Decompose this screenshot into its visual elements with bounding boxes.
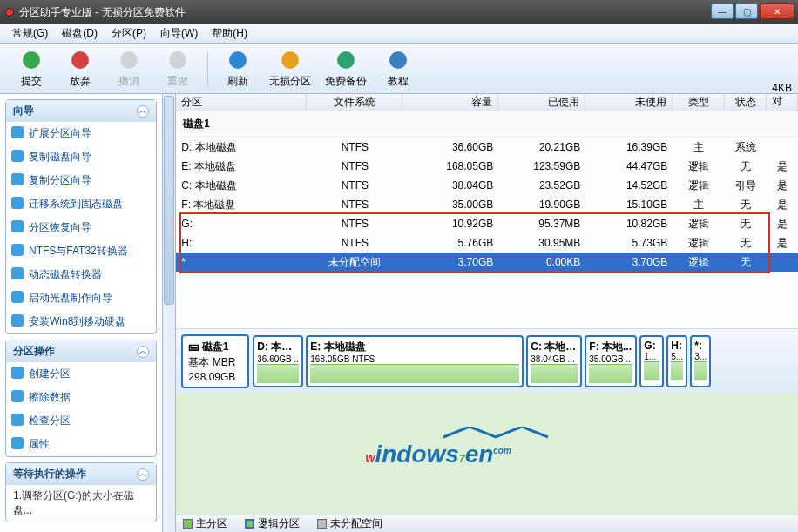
- col-header-1[interactable]: 文件系统: [307, 94, 402, 111]
- cell-cap: 36.60GB: [402, 141, 498, 153]
- sidebar-scrollbar[interactable]: [163, 94, 176, 532]
- maximize-button[interactable]: ▢: [735, 3, 758, 19]
- cell-cap: 5.76GB: [402, 237, 498, 249]
- toolbar: 提交放弃撤消重做刷新无损分区免费备份教程: [0, 44, 798, 94]
- grid-body[interactable]: 磁盘1 D: 本地磁盘NTFS36.60GB20.21GB16.39GB主系统 …: [176, 111, 798, 328]
- partition-block-3[interactable]: F: 本地...35.00GB ...: [585, 335, 637, 387]
- partition-label: F: 本地...: [589, 340, 632, 354]
- cell-used: 123.59GB: [498, 160, 585, 172]
- col-header-7[interactable]: 4KB对齐: [767, 94, 798, 111]
- wizard-item-0[interactable]: 扩展分区向导: [6, 122, 156, 145]
- partition-row[interactable]: D: 本地磁盘NTFS36.60GB20.21GB16.39GB主系统: [176, 138, 798, 157]
- disk-info-sub: 基本 MBR: [188, 355, 242, 370]
- cell-fs: NTFS: [307, 237, 402, 249]
- ops-item-2[interactable]: 检查分区: [6, 409, 156, 433]
- cell-free: 44.47GB: [585, 160, 673, 172]
- chevron-up-icon: ︿: [137, 105, 149, 118]
- backup-icon: [334, 48, 358, 72]
- svg-point-1: [71, 51, 89, 69]
- col-header-2[interactable]: 容量: [402, 94, 498, 111]
- redo-icon: [166, 48, 190, 72]
- partition-row[interactable]: G:NTFS10.92GB95.37MB10.82GB逻辑无是: [176, 214, 798, 233]
- ops-item-0[interactable]: 创建分区: [6, 362, 156, 386]
- wizard-item-2[interactable]: 复制分区向导: [6, 169, 156, 192]
- partition-block-6[interactable]: *:3...: [690, 335, 711, 387]
- toolbar-separator: [207, 51, 208, 86]
- menu-常规(G)[interactable]: 常规(G): [5, 24, 55, 43]
- col-header-0[interactable]: 分区: [176, 94, 307, 111]
- partition-row[interactable]: *未分配空间3.70GB0.00KB3.70GB逻辑无: [176, 253, 798, 272]
- partition-row[interactable]: E: 本地磁盘NTFS168.05GB123.59GB44.47GB逻辑无是: [176, 157, 798, 176]
- window-controls: — ▢ ✕: [709, 3, 795, 21]
- disk-info-title: 🖴 磁盘1: [188, 340, 242, 354]
- menu-帮助(H)[interactable]: 帮助(H): [205, 24, 254, 43]
- cell-free: 3.70GB: [585, 256, 673, 268]
- col-header-5[interactable]: 类型: [673, 94, 725, 111]
- partition-row[interactable]: C: 本地磁盘NTFS38.04GB23.52GB14.52GB逻辑引导是: [176, 176, 798, 195]
- wizard-panel-header[interactable]: 向导 ︿: [6, 100, 156, 122]
- watermark-area: WWindows7enindows7encom: [176, 393, 798, 515]
- discard-button[interactable]: 放弃: [63, 48, 98, 89]
- cell-name: C: 本地磁盘: [176, 178, 307, 193]
- partition-label: E: 本地磁盘: [310, 340, 519, 354]
- partition-row[interactable]: H:NTFS5.76GB30.95MB5.73GB逻辑无是: [176, 233, 798, 253]
- cell-free: 16.39GB: [585, 141, 673, 153]
- tutorial-button[interactable]: 教程: [381, 48, 416, 89]
- partition-block-1[interactable]: E: 本地磁盘168.05GB NTFS: [306, 335, 524, 387]
- ops-panel-header[interactable]: 分区操作 ︿: [6, 340, 156, 362]
- partition-block-2[interactable]: C: 本地磁...38.04GB ...: [526, 335, 582, 387]
- partition-row[interactable]: F: 本地磁盘NTFS35.00GB19.90GB15.10GB主无是: [176, 195, 798, 214]
- partition-block-4[interactable]: G:1...: [639, 335, 664, 387]
- menu-向导(W)[interactable]: 向导(W): [153, 24, 205, 43]
- wizard-item-7[interactable]: 启动光盘制作向导: [6, 286, 156, 310]
- cell-stat: 无: [725, 236, 767, 251]
- legend-primary: 主分区: [183, 516, 227, 531]
- wizard-item-6[interactable]: 动态磁盘转换器: [6, 263, 156, 286]
- ops-panel-title: 分区操作: [13, 344, 55, 359]
- disk-map: 🖴 磁盘1 基本 MBR 298.09GB D: 本地...36.60GB ..…: [176, 328, 798, 393]
- refresh-button[interactable]: 刷新: [220, 48, 255, 89]
- redo-button: 重做: [160, 48, 195, 89]
- cell-used: 20.21GB: [498, 141, 585, 153]
- col-header-4[interactable]: 未使用: [585, 94, 673, 111]
- menu-磁盘(D)[interactable]: 磁盘(D): [55, 24, 105, 43]
- queue-item-0[interactable]: 1.调整分区(G:)的大小在磁盘...: [6, 485, 156, 522]
- resize-button[interactable]: 无损分区: [269, 48, 311, 89]
- cell-type: 主: [673, 140, 725, 155]
- minimize-button[interactable]: —: [711, 3, 734, 19]
- cell-used: 95.37MB: [498, 218, 585, 230]
- undo-button: 撤消: [112, 48, 146, 89]
- ops-item-3[interactable]: 属性: [6, 433, 156, 456]
- cell-type: 逻辑: [673, 159, 725, 174]
- menu-分区(P)[interactable]: 分区(P): [105, 24, 153, 43]
- backup-button[interactable]: 免费备份: [325, 48, 367, 89]
- cell-fs: NTFS: [307, 141, 402, 153]
- sidebar: 向导 ︿ 扩展分区向导复制磁盘向导复制分区向导迁移系统到固态磁盘分区恢复向导NT…: [0, 94, 163, 532]
- queue-panel-header[interactable]: 等待执行的操作 ︿: [6, 463, 156, 485]
- col-header-3[interactable]: 已使用: [498, 94, 585, 111]
- cell-name: *: [176, 256, 307, 268]
- col-header-6[interactable]: 状态: [725, 94, 767, 111]
- ops-item-1[interactable]: 擦除数据: [6, 386, 156, 409]
- discard-icon: [68, 48, 92, 72]
- partition-sub: 36.60GB ...: [257, 354, 299, 364]
- backup-label: 免费备份: [325, 74, 367, 89]
- tutorial-label: 教程: [388, 74, 409, 89]
- wizard-item-4[interactable]: 分区恢复向导: [6, 216, 156, 239]
- undo-icon: [117, 48, 141, 72]
- cell-fs: NTFS: [307, 199, 402, 211]
- cell-stat: 系统: [725, 140, 767, 155]
- wizard-item-8[interactable]: 安装Win8到移动硬盘: [6, 310, 156, 333]
- tutorial-icon: [386, 48, 410, 72]
- disk-info[interactable]: 🖴 磁盘1 基本 MBR 298.09GB: [181, 334, 249, 388]
- close-button[interactable]: ✕: [760, 3, 795, 19]
- wizard-item-3[interactable]: 迁移系统到固态磁盘: [6, 192, 156, 216]
- cell-cap: 3.70GB: [402, 256, 498, 268]
- commit-button[interactable]: 提交: [14, 48, 49, 89]
- partition-sub: 35.00GB ...: [589, 354, 632, 364]
- wizard-item-5[interactable]: NTFS与FAT32转换器: [6, 239, 156, 263]
- wizard-item-1[interactable]: 复制磁盘向导: [6, 145, 156, 169]
- redo-label: 重做: [167, 74, 188, 89]
- partition-block-5[interactable]: H:5...: [666, 335, 687, 387]
- partition-block-0[interactable]: D: 本地...36.60GB ...: [253, 335, 303, 387]
